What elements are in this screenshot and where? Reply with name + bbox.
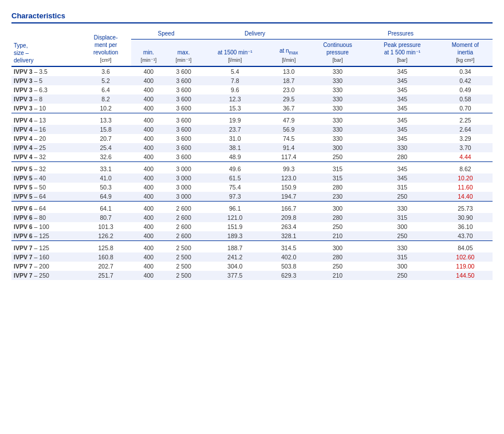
cell-cont-pressure: 250: [309, 222, 367, 231]
cell-inertia: 119.00: [438, 262, 493, 271]
col-delivery-1500-header: at 1500 min⁻¹[l/min]: [201, 40, 269, 66]
table-body: IVPV 3 – 3.53.64003 6005.413.03303450.34…: [11, 66, 493, 280]
table-row: IVPV 4 – 2020.74003 60031.074.53303453.2…: [11, 134, 493, 143]
cell-cont-pressure: 315: [309, 173, 367, 183]
cell-speed-max: 3 000: [166, 192, 201, 202]
cell-speed-min: 400: [131, 125, 166, 134]
cell-disp: 33.1: [80, 164, 131, 173]
cell-speed-max: 3 000: [166, 164, 201, 173]
cell-delivery-nmax: 402.0: [269, 252, 309, 262]
table-row: IVPV 3 – 88.24003 60012.329.53303450.58: [11, 94, 493, 104]
cell-peak-pressure: 345: [367, 116, 438, 125]
section-title: Characteristics: [11, 11, 493, 23]
cell-type: IVPV 7 – 160: [11, 252, 80, 262]
cell-speed-min: 400: [131, 143, 166, 152]
cell-peak-pressure: 330: [367, 243, 438, 252]
cell-delivery-1500: 151.9: [201, 222, 269, 231]
cell-speed-min: 400: [131, 173, 166, 183]
table-row: IVPV 4 – 1313.34003 60019.947.93303452.2…: [11, 116, 493, 125]
cell-inertia: 30.90: [438, 213, 493, 222]
cell-peak-pressure: 330: [367, 204, 438, 213]
cell-inertia: 144.50: [438, 271, 493, 280]
cell-type: IVPV 6 – 80: [11, 213, 80, 222]
cell-delivery-nmax: 29.5: [269, 94, 309, 104]
cell-speed-max: 3 600: [166, 85, 201, 94]
table-row: IVPV 7 – 160160.84002 500241.2402.028031…: [11, 252, 493, 262]
table-row: IVPV 4 – 1615.84003 60023.756.93303452.6…: [11, 125, 493, 134]
table-row: IVPV 4 – 3232.64003 60048.9117.42502804.…: [11, 152, 493, 162]
cell-cont-pressure: 300: [309, 204, 367, 213]
cell-speed-min: 400: [131, 271, 166, 280]
cell-disp: 8.2: [80, 94, 131, 104]
cell-disp: 32.6: [80, 152, 131, 162]
cell-inertia: 3.70: [438, 143, 493, 152]
cell-speed-max: 3 600: [166, 116, 201, 125]
cell-peak-pressure: 345: [367, 66, 438, 76]
cell-inertia: 10.20: [438, 173, 493, 183]
cell-delivery-nmax: 314.5: [269, 243, 309, 252]
cell-delivery-1500: 377.5: [201, 271, 269, 280]
cell-delivery-1500: 38.1: [201, 143, 269, 152]
col-type-header: Type,size –delivery: [11, 28, 80, 66]
cell-type: IVPV 3 – 5: [11, 76, 80, 85]
cell-speed-min: 400: [131, 76, 166, 85]
characteristics-table: Type,size –delivery Displace-ment perrev…: [11, 28, 493, 280]
cell-delivery-1500: 121.0: [201, 213, 269, 222]
cell-inertia: 4.44: [438, 152, 493, 162]
cell-type: IVPV 6 – 100: [11, 222, 80, 231]
cell-disp: 41.0: [80, 173, 131, 183]
cell-delivery-1500: 12.3: [201, 94, 269, 104]
cell-disp: 20.7: [80, 134, 131, 143]
table-row: IVPV 5 – 6464.94003 00097.3194.723025014…: [11, 192, 493, 202]
header-group-row: Type,size –delivery Displace-ment perrev…: [11, 28, 493, 40]
cell-disp: 64.1: [80, 204, 131, 213]
cell-speed-min: 400: [131, 222, 166, 231]
cell-speed-max: 2 600: [166, 222, 201, 231]
cell-disp: 10.2: [80, 104, 131, 113]
cell-type: IVPV 4 – 16: [11, 125, 80, 134]
cell-delivery-nmax: 99.3: [269, 164, 309, 173]
cell-delivery-1500: 23.7: [201, 125, 269, 134]
cell-speed-min: 400: [131, 116, 166, 125]
cell-disp: 251.7: [80, 271, 131, 280]
cell-peak-pressure: 345: [367, 164, 438, 173]
cell-delivery-nmax: 263.4: [269, 222, 309, 231]
cell-type: IVPV 5 – 32: [11, 164, 80, 173]
cell-cont-pressure: 300: [309, 243, 367, 252]
cell-delivery-1500: 188.7: [201, 243, 269, 252]
cell-peak-pressure: 345: [367, 85, 438, 94]
cell-speed-min: 400: [131, 66, 166, 76]
cell-speed-min: 400: [131, 252, 166, 262]
table-row: IVPV 5 – 4041.04003 00061.5123.031534510…: [11, 173, 493, 183]
cell-speed-max: 3 600: [166, 125, 201, 134]
cell-delivery-nmax: 18.7: [269, 76, 309, 85]
cell-cont-pressure: 250: [309, 152, 367, 162]
cell-delivery-1500: 15.3: [201, 104, 269, 113]
cell-disp: 50.3: [80, 183, 131, 192]
cell-delivery-1500: 241.2: [201, 252, 269, 262]
cell-delivery-nmax: 91.4: [269, 143, 309, 152]
cell-delivery-nmax: 166.7: [269, 204, 309, 213]
cell-disp: 160.8: [80, 252, 131, 262]
cell-type: IVPV 3 – 10: [11, 104, 80, 113]
cell-inertia: 0.49: [438, 85, 493, 94]
cell-disp: 101.3: [80, 222, 131, 231]
cell-cont-pressure: 330: [309, 116, 367, 125]
cell-cont-pressure: 280: [309, 183, 367, 192]
cell-delivery-nmax: 36.7: [269, 104, 309, 113]
cell-delivery-nmax: 150.9: [269, 183, 309, 192]
cell-peak-pressure: 345: [367, 94, 438, 104]
cell-peak-pressure: 250: [367, 231, 438, 241]
cell-speed-min: 400: [131, 85, 166, 94]
cell-delivery-1500: 97.3: [201, 192, 269, 202]
cell-speed-max: 2 500: [166, 243, 201, 252]
cell-peak-pressure: 300: [367, 262, 438, 271]
cell-speed-min: 400: [131, 262, 166, 271]
cell-speed-max: 3 000: [166, 183, 201, 192]
speed-group-header: Speed: [131, 28, 201, 40]
cell-cont-pressure: 330: [309, 66, 367, 76]
cell-cont-pressure: 330: [309, 125, 367, 134]
cell-inertia: 102.60: [438, 252, 493, 262]
table-row: IVPV 6 – 8080.74002 600121.0209.82803153…: [11, 213, 493, 222]
col-speed-max-header: max.[min⁻¹]: [166, 40, 201, 66]
